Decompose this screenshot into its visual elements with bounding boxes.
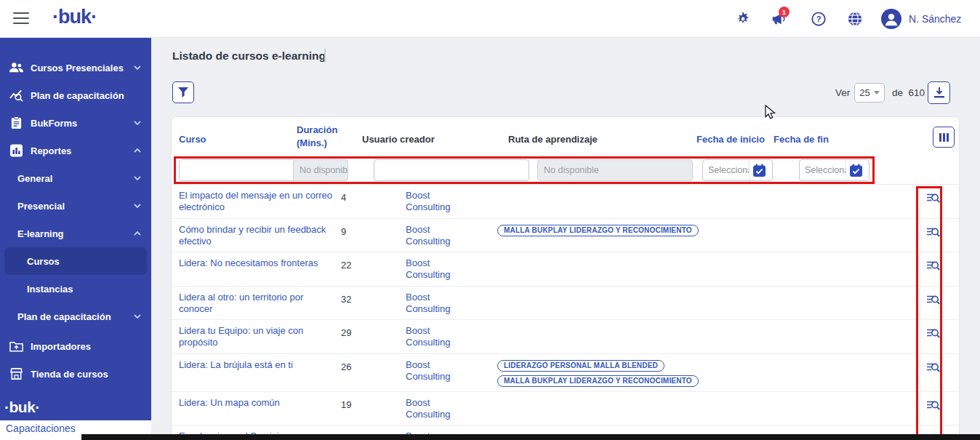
column-header-ruta: Ruta de aprendizaje [508, 134, 598, 145]
sidebar-item-plan-de-capacitacion[interactable]: Plan de capacitación [0, 81, 151, 109]
course-creator-link[interactable]: Boost Consulting [404, 257, 470, 281]
chevron-down-icon [134, 204, 141, 208]
courses-table: Curso Duración (Mins.) Usuario creador R… [171, 116, 960, 440]
language-globe-icon[interactable] [847, 11, 863, 27]
view-details-icon[interactable] [925, 225, 940, 239]
notification-badge: 1 [779, 7, 790, 17]
chevron-down-icon [134, 176, 141, 180]
course-duration: 9 [339, 224, 404, 237]
column-settings-button[interactable] [933, 127, 955, 148]
column-header-fecha-fin[interactable]: Fecha de fin [774, 134, 829, 145]
fecha-inicio-filter[interactable]: Selecciona [702, 159, 773, 181]
sidebar-item-label: Cursos Presenciales [31, 63, 134, 73]
course-link[interactable]: Cómo brindar y recibir un feedback efect… [172, 224, 339, 248]
sidebar-item-tienda-de-cursos[interactable]: Tienda de cursos [0, 360, 151, 388]
column-header-fecha-inicio[interactable]: Fecha de inicio [696, 134, 765, 145]
sidebar-item-label: Plan de capacitación [31, 90, 141, 101]
calendar-icon[interactable] [749, 160, 769, 180]
chevron-down-icon [134, 65, 141, 70]
course-link[interactable]: Lidera tu Equipo: un viaje con propósito [172, 325, 339, 349]
download-button[interactable] [928, 81, 950, 104]
sidebar-item-instancias[interactable]: Instancias [0, 275, 151, 303]
course-duration: 19 [339, 397, 404, 410]
table-row: Lidera: La brújula está en ti 26 Boost C… [172, 354, 960, 392]
page-title: Listado de cursos e-learning [172, 49, 326, 63]
course-duration: 4 [339, 190, 404, 203]
sidebar-item-label: BukForms [31, 118, 134, 129]
fecha-fin-placeholder: Selecciona [800, 165, 846, 175]
sidebar-item-bukforms[interactable]: BukForms [0, 109, 151, 137]
user-avatar[interactable] [881, 9, 901, 29]
course-duration: 22 [339, 257, 404, 271]
course-creator-link[interactable]: Boost Consulting [404, 224, 470, 248]
course-link[interactable]: Lidera al otro: un territorio por conoce… [172, 292, 339, 316]
sidebar-item-label: General [17, 173, 134, 184]
sidebar-item-label: Plan de capacitación [17, 311, 134, 322]
fecha-fin-filter[interactable]: Selecciona [799, 159, 869, 181]
total-count: de 610 [892, 87, 925, 98]
course-duration: 32 [339, 292, 404, 305]
course-routes [495, 397, 688, 398]
settings-gear-icon[interactable] [735, 11, 751, 27]
store-icon [9, 367, 23, 380]
usuario-filter-input[interactable] [374, 159, 529, 181]
course-routes [495, 431, 688, 431]
folder-upload-icon [9, 340, 23, 353]
module-label: Capacitaciones [6, 423, 76, 434]
table-row: El impacto del mensaje en un correo elec… [172, 185, 960, 219]
view-details-icon[interactable] [925, 259, 940, 272]
sidebar-item-label: Tienda de cursos [31, 369, 141, 380]
ruta-filter-disabled: No disponible [537, 159, 693, 181]
view-details-icon[interactable] [925, 327, 940, 340]
calendar-icon[interactable] [846, 160, 866, 180]
sidebar-item-label: Importadores [31, 341, 141, 352]
sidebar-item-elearning[interactable]: E-learning [0, 220, 151, 247]
view-details-icon[interactable] [925, 399, 940, 412]
sidebar-item-cursos-presenciales[interactable]: Cursos Presenciales [0, 54, 151, 81]
course-creator-link[interactable]: Boost Consulting [404, 397, 470, 421]
table-row: Lidera: Un mapa común 19 Boost Consultin… [172, 392, 960, 426]
course-link[interactable]: El impacto del mensaje en un correo elec… [172, 190, 339, 214]
title-divider [324, 49, 326, 63]
hamburger-menu-icon[interactable] [13, 12, 29, 24]
buk-logo: ·buk· [52, 6, 97, 28]
course-creator-link[interactable]: Boost Consulting [404, 190, 470, 214]
course-link[interactable]: Lidera: La brújula está en ti [172, 359, 339, 371]
view-details-icon[interactable] [925, 361, 940, 374]
column-header-duracion[interactable]: Duración (Mins.) [297, 124, 349, 149]
sidebar-item-general[interactable]: General [0, 164, 151, 192]
course-link[interactable]: Lidera: Un mapa común [172, 397, 339, 409]
table-row: Lidera al otro: un territorio por conoce… [172, 287, 960, 321]
view-details-icon[interactable] [925, 293, 940, 306]
route-badge: LIDERAZGO PERSONAL MALLA BLENDED [497, 360, 664, 372]
sidebar-item-label: Cursos [27, 256, 137, 267]
table-row: Lidera tu Equipo: un viaje con propósito… [172, 320, 960, 354]
filter-button[interactable] [172, 81, 194, 103]
course-link[interactable]: Lidera: No necesitamos fronteras [172, 257, 339, 269]
course-creator-link[interactable]: Boost Consulting [404, 292, 470, 316]
sidebar-item-cursos[interactable]: Cursos [4, 247, 147, 275]
column-header-curso[interactable]: Curso [179, 134, 206, 145]
filter-row: No disponible No disponible Selecciona S… [172, 156, 960, 185]
svg-text:?: ? [816, 15, 822, 23]
user-name[interactable]: N. Sánchez [909, 13, 961, 25]
clipboard-icon [9, 116, 23, 129]
sidebar-item-reportes[interactable]: Reportes [0, 137, 151, 164]
page-size-select[interactable]: 25 [854, 83, 885, 103]
download-icon [934, 87, 944, 98]
people-icon [9, 61, 23, 74]
chart-search-icon [9, 89, 23, 102]
sidebar-item-importadores[interactable]: Importadores [0, 332, 151, 360]
view-details-icon[interactable] [925, 191, 940, 204]
sidebar-item-plan-de-capacitacion-reportes[interactable]: Plan de capacitación [0, 303, 151, 330]
course-routes: MALLA BUKPLAY LIDERAZGO Y RECONOCIMIENTO [495, 224, 688, 236]
sidebar-item-presencial[interactable]: Presencial [0, 192, 151, 220]
sidebar: Cursos Presenciales Plan de capacitación… [0, 38, 151, 420]
course-routes [495, 325, 688, 326]
course-creator-link[interactable]: Boost Consulting [404, 325, 470, 349]
course-creator-link[interactable]: Boost Consulting [404, 359, 470, 383]
columns-icon [939, 133, 949, 142]
course-duration: 29 [339, 325, 404, 338]
help-icon[interactable]: ? [811, 11, 827, 27]
course-routes [495, 190, 688, 191]
